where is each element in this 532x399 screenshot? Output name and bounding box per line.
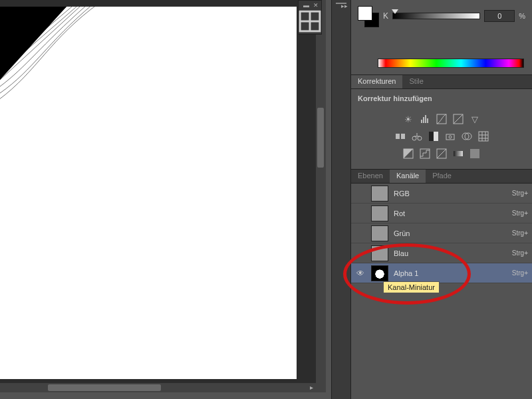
collapse-icon[interactable]: ▸▸	[341, 3, 348, 9]
color-swatches[interactable]	[358, 6, 379, 26]
scroll-thumb[interactable]	[317, 108, 324, 168]
svg-line-30	[437, 149, 446, 158]
svg-rect-10	[396, 134, 400, 139]
channel-label: K	[383, 11, 388, 21]
close-icon[interactable]: ✕	[313, 2, 319, 9]
tab-kanaele[interactable]: Kanäle	[390, 170, 426, 183]
channel-shortcut: Strg+	[512, 269, 528, 277]
panel-divider[interactable]: ▸▸	[331, 0, 351, 399]
channel-row[interactable]: 👁Alpha 1Strg+	[351, 263, 532, 283]
channel-name: Grün	[394, 229, 507, 237]
channels-list: RGBStrg+RotStrg+GrünStrg+BlauStrg+👁Alpha…	[351, 184, 532, 283]
invert-icon[interactable]	[402, 148, 414, 160]
channel-name: Rot	[394, 209, 507, 217]
curves-icon[interactable]	[436, 113, 448, 125]
tab-ebenen[interactable]: Ebenen	[351, 170, 390, 183]
right-panel: K 0 % Korrekturen Stile Korrektur hinzuf…	[351, 0, 532, 399]
svg-rect-31	[454, 151, 463, 156]
adjustments-title: Korrektur hinzufügen	[351, 89, 532, 108]
layers-tabbar: Ebenen Kanäle Pfade	[351, 169, 532, 184]
tab-pfade[interactable]: Pfade	[426, 170, 458, 183]
channel-thumbnail[interactable]	[371, 245, 388, 261]
channel-shortcut: Strg+	[512, 229, 528, 237]
svg-rect-16	[429, 132, 434, 141]
adjustments-tabbar: Korrekturen Stile	[351, 74, 532, 89]
levels-icon[interactable]	[419, 113, 431, 125]
percent-label: %	[519, 12, 525, 20]
channel-shortcut: Strg+	[512, 209, 528, 217]
channel-thumbnail[interactable]	[371, 205, 388, 221]
svg-rect-17	[434, 132, 438, 141]
channel-name: Blau	[394, 249, 507, 257]
foreground-color-swatch[interactable]	[358, 6, 372, 21]
channel-shortcut: Strg+	[512, 249, 528, 257]
visibility-toggle-icon[interactable]	[355, 188, 366, 199]
svg-rect-3	[421, 120, 422, 123]
svg-line-9	[454, 114, 463, 124]
channel-row[interactable]: BlauStrg+	[351, 243, 532, 263]
k-value-input[interactable]: 0	[484, 10, 515, 22]
color-balance-icon[interactable]	[411, 130, 423, 142]
svg-point-13	[418, 136, 422, 140]
brightness-contrast-icon[interactable]: ☀	[402, 113, 414, 125]
vibrance-icon[interactable]: ▽	[469, 113, 481, 125]
color-panel: K 0 %	[351, 0, 532, 32]
channel-name: Alpha 1	[394, 269, 507, 277]
adjustment-icons: ☀ ▽	[351, 108, 532, 169]
channel-row[interactable]: RotStrg+	[351, 203, 532, 223]
photo-filter-icon[interactable]	[444, 130, 456, 142]
vertical-scrollbar[interactable]	[316, 0, 326, 392]
color-lookup-icon[interactable]	[477, 130, 489, 142]
visibility-toggle-icon[interactable]: 👁	[355, 268, 366, 279]
svg-point-19	[449, 136, 452, 138]
black-white-icon[interactable]	[428, 130, 440, 142]
channel-shortcut: Strg+	[512, 190, 528, 197]
channel-name: RGB	[394, 190, 507, 198]
channel-mixer-icon[interactable]	[461, 130, 473, 142]
channel-thumbnail[interactable]	[371, 186, 388, 201]
visibility-toggle-icon[interactable]	[355, 228, 366, 239]
svg-rect-4	[423, 117, 424, 123]
scroll-right-icon[interactable]: ▸	[310, 384, 313, 391]
canvas-view-controls: ▬ ✕	[298, 0, 322, 35]
document-canvas[interactable]	[0, 7, 297, 379]
posterize-icon[interactable]	[419, 148, 431, 160]
svg-rect-5	[425, 115, 426, 123]
channel-thumbnail[interactable]	[371, 225, 388, 241]
horizontal-scrollbar[interactable]: ▸	[0, 383, 316, 392]
hue-saturation-icon[interactable]	[394, 130, 406, 142]
tab-korrekturen[interactable]: Korrekturen	[351, 75, 402, 88]
svg-rect-32	[470, 149, 479, 158]
canvas-area: ▸	[0, 0, 316, 392]
svg-rect-18	[446, 134, 454, 140]
selective-color-icon[interactable]	[469, 148, 481, 160]
svg-rect-6	[427, 118, 428, 123]
svg-rect-11	[401, 134, 405, 139]
threshold-icon[interactable]	[436, 148, 448, 160]
tooltip: Kanal-Miniatur	[383, 281, 440, 293]
slider-handle-icon[interactable]	[392, 9, 398, 14]
minimize-icon[interactable]: ▬	[303, 2, 309, 9]
channel-row[interactable]: RGBStrg+	[351, 184, 532, 203]
channel-thumbnail[interactable]	[371, 265, 388, 281]
visibility-toggle-icon[interactable]	[355, 208, 366, 219]
tab-stile[interactable]: Stile	[402, 75, 430, 88]
svg-rect-22	[479, 132, 488, 141]
color-spectrum[interactable]	[378, 59, 524, 68]
channel-row[interactable]: GrünStrg+	[351, 223, 532, 243]
k-slider[interactable]	[392, 13, 480, 19]
visibility-toggle-icon[interactable]	[355, 248, 366, 259]
svg-point-12	[412, 136, 416, 140]
arrange-documents-icon[interactable]	[299, 11, 321, 32]
scroll-thumb[interactable]	[48, 384, 161, 391]
gradient-map-icon[interactable]	[452, 148, 464, 160]
exposure-icon[interactable]	[452, 113, 464, 125]
